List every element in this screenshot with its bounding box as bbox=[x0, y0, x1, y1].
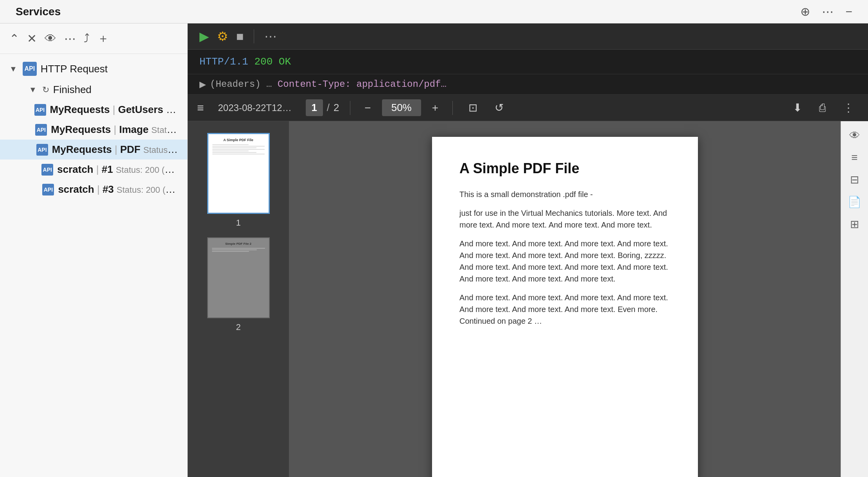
tree-item-finished[interactable]: ▼ ↻ Finished bbox=[0, 80, 187, 100]
main-layout: ⌃ ✕ 👁 ⋯ ⤴ ＋ ▼ API HTTP Request ▼ ↻ Fini bbox=[0, 23, 868, 477]
add-icon[interactable]: ＋ bbox=[97, 30, 109, 47]
export-icon[interactable]: ⤴ bbox=[84, 32, 90, 45]
finished-label: Finished bbox=[53, 84, 91, 96]
pdf-page-view-1: A Simple PDF File This is a small demons… bbox=[432, 137, 698, 477]
pdf-separator-1 bbox=[350, 101, 350, 115]
fit-page-button[interactable]: ⊡ bbox=[464, 100, 482, 116]
total-pages: 2 bbox=[334, 102, 339, 114]
pdf-para-4: And more text. And more text. And more t… bbox=[459, 292, 671, 327]
thumb-1-lines bbox=[212, 143, 265, 155]
pdf-separator-2 bbox=[452, 101, 453, 115]
title-bar: Services ⊕ ⋯ − bbox=[0, 0, 868, 23]
pdf-more-button[interactable]: ⋮ bbox=[838, 100, 859, 116]
left-toolbar: ⌃ ✕ 👁 ⋯ ⤴ ＋ bbox=[0, 23, 187, 54]
api-badge-image: API bbox=[35, 124, 47, 136]
content-type-value: Content-Type: application/pdf… bbox=[278, 79, 447, 90]
request-toolbar: ▶ ⚙ ■ ⋯ bbox=[188, 23, 868, 50]
run-button[interactable]: ▶ bbox=[199, 29, 209, 44]
chevron-up-icon[interactable]: ⌃ bbox=[9, 32, 19, 45]
thumb-2-title: Simple PDF File 2 bbox=[225, 242, 251, 246]
right-sidebar: 👁 ≡ ⊟ 📄 ⊞ bbox=[841, 121, 868, 477]
pdf-thumb-1[interactable]: A Simple PDF File 1 bbox=[207, 133, 270, 228]
image-label: MyRequests | Image Status: 200 (244 ms) bbox=[51, 124, 178, 136]
debug-button[interactable]: ⚙ bbox=[217, 29, 228, 44]
download-button[interactable]: ⬇ bbox=[788, 100, 807, 116]
print-button[interactable]: ⎙ bbox=[814, 100, 830, 116]
headers-row: ▶ (Headers) … Content-Type: application/… bbox=[188, 74, 868, 95]
more-icon[interactable]: ⋯ bbox=[822, 5, 834, 18]
pdf-toolbar: ≡ 2023-08-22T12… 1 / 2 − + ⊡ ↺ ⬇ ⎙ ⋮ bbox=[188, 95, 868, 121]
current-page-box[interactable]: 1 bbox=[306, 99, 323, 116]
close-icon[interactable]: ✕ bbox=[27, 32, 37, 45]
api-badge-scratch1: API bbox=[41, 164, 53, 176]
pdf-content-area: A Simple PDF File 1 bbox=[188, 121, 868, 477]
http-request-label: HTTP Request bbox=[41, 63, 108, 75]
rs-list-right-icon[interactable]: ⊟ bbox=[850, 173, 859, 186]
zoom-level-input[interactable] bbox=[382, 99, 421, 116]
zoom-out-button[interactable]: − bbox=[361, 100, 374, 116]
pdf-page-controls: 1 / 2 bbox=[306, 99, 339, 116]
tree-item-scratch3[interactable]: API scratch | #3 Status: 200 (8 ms) bbox=[0, 179, 187, 199]
scratch1-label: scratch | #1 Status: 200 (10 ms) bbox=[57, 163, 178, 176]
toolbar-separator bbox=[254, 29, 254, 43]
more-button[interactable]: ⋯ bbox=[264, 29, 277, 44]
thumb-2-lines bbox=[212, 247, 265, 253]
http-code: 200 OK bbox=[254, 56, 291, 68]
pdf-para-2: just for use in the Virtual Mechanics tu… bbox=[459, 207, 671, 231]
tree-area: ▼ API HTTP Request ▼ ↻ Finished API bbox=[0, 54, 187, 477]
http-status-bar: HTTP/1.1 200 OK bbox=[188, 50, 868, 74]
scratch3-label: scratch | #3 Status: 200 (8 ms) bbox=[58, 183, 178, 195]
pdf-main-viewer: A Simple PDF File This is a small demons… bbox=[289, 121, 841, 477]
pdf-menu-icon[interactable]: ≡ bbox=[197, 101, 204, 115]
http-version: HTTP/1.1 bbox=[199, 56, 254, 68]
headers-chevron-icon[interactable]: ▶ bbox=[199, 79, 206, 90]
filter-icon[interactable]: ⋯ bbox=[64, 32, 76, 45]
right-panel: ▶ ⚙ ■ ⋯ HTTP/1.1 200 OK ▶ (Headers) … Co… bbox=[188, 23, 868, 477]
app-title: Services bbox=[16, 5, 61, 18]
getusers-label: MyRequests | GetUsers Status: 200 (39 ms… bbox=[50, 104, 178, 116]
api-icon: API bbox=[23, 62, 37, 76]
chevron-down-icon-2: ▼ bbox=[29, 85, 37, 94]
chevron-down-icon: ▼ bbox=[9, 65, 17, 74]
rs-list-icon[interactable]: ≡ bbox=[851, 151, 857, 164]
refresh-icon: ↻ bbox=[42, 85, 49, 95]
rs-doc-icon[interactable]: 📄 bbox=[848, 195, 861, 208]
rs-search-icon[interactable]: ⊞ bbox=[850, 218, 859, 231]
zoom-in-button[interactable]: + bbox=[429, 100, 441, 116]
api-badge-pdf: API bbox=[36, 144, 48, 156]
rotate-button[interactable]: ↺ bbox=[490, 100, 508, 116]
api-badge-getusers: API bbox=[34, 104, 46, 116]
http-status-line: HTTP/1.1 200 OK bbox=[199, 56, 856, 68]
pdf-para-3: And more text. And more text. And more t… bbox=[459, 238, 671, 285]
pdf-para-1: This is a small demonstration .pdf file … bbox=[459, 188, 671, 200]
eye-icon[interactable]: 👁 bbox=[45, 32, 56, 45]
pdf-viewer-container: ≡ 2023-08-22T12… 1 / 2 − + ⊡ ↺ ⬇ ⎙ ⋮ bbox=[188, 95, 868, 477]
pdf-title: 2023-08-22T12… bbox=[218, 102, 292, 113]
plus-circle-icon[interactable]: ⊕ bbox=[800, 5, 810, 18]
thumb-2-num: 2 bbox=[236, 322, 240, 332]
pdf-label: MyRequests | PDF Status: 200 (795 ms) bbox=[52, 143, 178, 156]
thumb-1-num: 1 bbox=[236, 218, 240, 228]
pdf-thumb-page-1: A Simple PDF File bbox=[207, 133, 270, 214]
tree-item-http-request[interactable]: ▼ API HTTP Request bbox=[0, 58, 187, 80]
headers-text: (Headers) … Content-Type: application/pd… bbox=[210, 79, 447, 90]
title-bar-actions: ⊕ ⋯ − bbox=[800, 5, 852, 18]
tree-item-scratch1[interactable]: API scratch | #1 Status: 200 (10 ms) bbox=[0, 160, 187, 179]
pdf-thumb-page-2: Simple PDF File 2 bbox=[207, 237, 270, 318]
tree-item-getusers[interactable]: API MyRequests | GetUsers Status: 200 (3… bbox=[0, 100, 187, 120]
pdf-thumbnails: A Simple PDF File 1 bbox=[188, 121, 289, 477]
rs-eye-icon[interactable]: 👁 bbox=[849, 129, 860, 142]
pdf-doc-title: A Simple PDF File bbox=[459, 160, 671, 177]
api-badge-scratch3: API bbox=[42, 184, 54, 195]
left-panel: ⌃ ✕ 👁 ⋯ ⤴ ＋ ▼ API HTTP Request ▼ ↻ Fini bbox=[0, 23, 188, 477]
thumb-1-title: A Simple PDF File bbox=[223, 138, 253, 142]
minimize-icon[interactable]: − bbox=[845, 5, 852, 18]
tree-item-image[interactable]: API MyRequests | Image Status: 200 (244 … bbox=[0, 120, 187, 140]
pdf-thumb-2[interactable]: Simple PDF File 2 2 bbox=[207, 237, 270, 332]
page-separator: / bbox=[327, 102, 330, 114]
tree-item-pdf[interactable]: API MyRequests | PDF Status: 200 (795 ms… bbox=[0, 140, 187, 160]
headers-label: (Headers) … bbox=[210, 79, 272, 90]
stop-button[interactable]: ■ bbox=[236, 29, 244, 44]
